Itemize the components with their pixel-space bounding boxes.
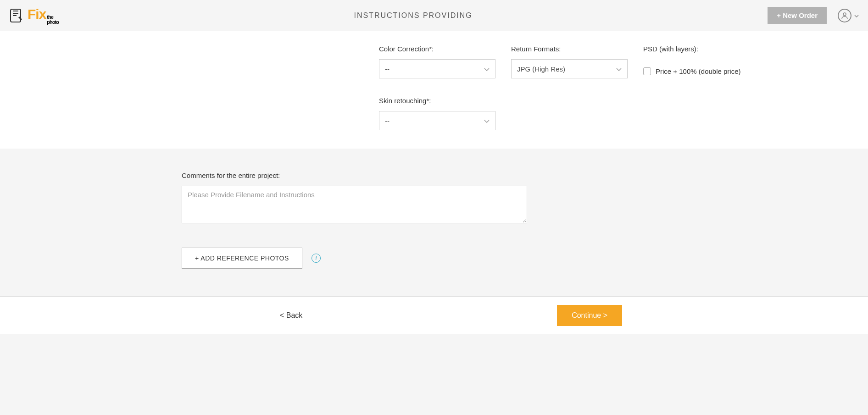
psd-checkbox-label: Price + 100% (double price) [656, 67, 741, 75]
return-formats-value: JPG (High Res) [517, 65, 565, 73]
logo-sub1: the [47, 15, 59, 20]
skin-retouching-value: -- [385, 117, 389, 125]
comments-textarea[interactable] [182, 186, 527, 223]
color-correction-label: Color Correction*: [379, 45, 495, 53]
color-correction-select[interactable]: -- [379, 59, 495, 78]
footer-bar: < Back Continue > [0, 296, 868, 334]
info-icon[interactable]: i [312, 254, 321, 263]
logo-text: Fix the photo [28, 6, 59, 25]
comments-section: Comments for the entire project: + ADD R… [0, 149, 868, 296]
psd-label: PSD (with layers): [643, 45, 760, 53]
psd-checkbox[interactable] [643, 67, 651, 75]
logo-sub2: photo [47, 20, 59, 25]
user-menu[interactable] [838, 9, 859, 22]
header-right: + New Order [768, 7, 859, 24]
app-header: Fix the photo INSTRUCTIONS PROVIDING + N… [0, 0, 868, 31]
logo-icon [9, 6, 25, 25]
skin-retouching-select[interactable]: -- [379, 111, 495, 130]
logo[interactable]: Fix the photo [9, 6, 59, 25]
back-button[interactable]: < Back [280, 311, 302, 320]
logo-main: Fix [28, 6, 46, 22]
new-order-button[interactable]: + New Order [768, 7, 827, 24]
continue-button[interactable]: Continue > [557, 305, 622, 326]
chevron-down-icon [616, 65, 622, 73]
chevron-down-icon [854, 12, 859, 19]
page-title: INSTRUCTIONS PROVIDING [354, 11, 472, 20]
avatar-icon [838, 9, 851, 22]
chevron-down-icon [484, 65, 490, 73]
comments-label: Comments for the entire project: [182, 172, 686, 179]
svg-point-1 [843, 13, 846, 16]
options-section: Color Correction*: -- Skin retouching*: … [0, 31, 868, 149]
return-formats-select[interactable]: JPG (High Res) [511, 59, 628, 78]
chevron-down-icon [484, 117, 490, 125]
color-correction-value: -- [385, 65, 389, 73]
return-formats-label: Return Formats: [511, 45, 628, 53]
add-reference-button[interactable]: + ADD REFERENCE PHOTOS [182, 248, 302, 269]
skin-retouching-label: Skin retouching*: [379, 97, 495, 105]
